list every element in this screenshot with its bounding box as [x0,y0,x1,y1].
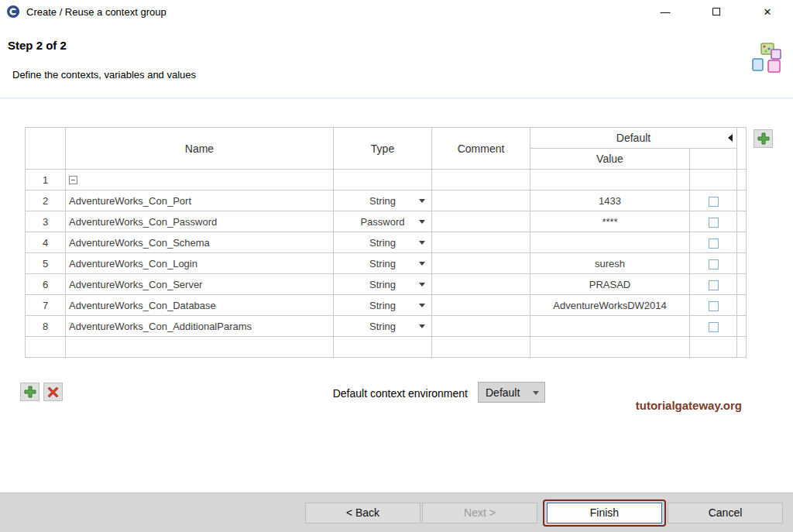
type-dropdown-arrow-icon[interactable] [419,324,425,328]
default-context-value: Default [486,386,520,399]
back-button[interactable]: < Back [305,503,421,523]
comment-column-header[interactable]: Comment [432,128,530,170]
type-cell[interactable]: String [334,316,432,337]
add-context-button[interactable] [754,129,773,148]
comment-cell[interactable] [432,337,530,358]
strip-cell [737,211,747,232]
name-cell[interactable]: AdventureWorks_Con_Password [66,211,334,232]
value-cell[interactable] [530,170,690,190]
comment-cell[interactable] [432,253,530,274]
type-cell[interactable]: String [334,253,432,274]
cancel-button[interactable]: Cancel [668,503,783,523]
default-context-dropdown[interactable]: Default [478,382,545,403]
default-checkbox[interactable] [709,322,719,332]
value-cell[interactable] [530,316,690,337]
maximize-button[interactable] [691,0,742,23]
comment-cell[interactable] [432,190,530,211]
type-value: String [369,258,396,269]
comment-cell[interactable] [432,170,530,190]
default-collapse-arrow-icon[interactable] [728,134,733,142]
type-value: String [369,321,396,332]
name-cell[interactable]: AdventureWorks_Con_Port [66,190,334,211]
type-dropdown-arrow-icon[interactable] [419,304,425,307]
close-button[interactable]: ✕ [742,0,793,23]
comment-cell[interactable] [432,295,530,316]
type-cell[interactable] [334,170,432,190]
strip-cell [737,274,747,295]
title-bar: Create / Reuse a context group — ✕ [0,0,793,23]
type-cell[interactable] [334,337,432,358]
comment-cell[interactable] [432,274,530,295]
name-cell[interactable]: AdventureWorks_Con_AdditionalParams [66,316,334,337]
default-checkbox[interactable] [709,239,719,249]
check-cell [690,211,737,232]
strip-cell [737,170,747,190]
default-checkbox[interactable] [709,218,719,228]
window-title: Create / Reuse a context group [26,6,166,18]
default-column-header[interactable]: Default [530,128,737,149]
finish-button[interactable]: Finish [547,503,662,523]
value-column-header[interactable]: Value [530,149,690,170]
check-cell [690,232,737,253]
type-cell[interactable]: String [334,274,432,295]
value-cell[interactable]: **** [530,211,690,232]
type-value: String [369,195,396,207]
table-row: 2AdventureWorks_Con_PortString1433 [26,190,747,211]
value-cell[interactable]: AdventureWorksDW2014 [530,295,690,316]
comment-cell[interactable] [432,316,530,337]
table-row: 3AdventureWorks_Con_PasswordPassword**** [26,211,747,232]
value-cell[interactable] [530,232,690,253]
delete-variable-button[interactable] [43,383,63,401]
type-dropdown-arrow-icon[interactable] [419,283,425,287]
variable-name: AdventureWorks_Con_Schema [69,237,210,249]
value-cell[interactable]: suresh [530,253,690,274]
value-cell[interactable]: 1433 [530,190,690,211]
finish-highlight-annotation: Finish [543,499,666,527]
value-cell[interactable]: PRASAD [530,274,690,295]
comment-cell[interactable] [432,232,530,253]
type-dropdown-arrow-icon[interactable] [419,262,425,266]
type-cell[interactable]: String [334,295,432,316]
strip-cell [737,190,747,211]
table-row: 5AdventureWorks_Con_LoginStringsuresh [26,253,747,274]
type-dropdown-arrow-icon[interactable] [419,220,425,224]
default-checkbox[interactable] [709,280,719,290]
name-cell[interactable]: − [66,170,334,190]
default-checkbox[interactable] [709,197,719,207]
variable-name: AdventureWorks_Con_Server [69,279,202,290]
check-cell [690,274,737,295]
type-cell[interactable]: String [334,190,432,211]
name-cell[interactable] [66,337,334,358]
name-cell[interactable]: AdventureWorks_Con_Database [66,295,334,316]
row-number: 3 [26,211,66,232]
next-button: Next > [422,503,537,523]
name-cell[interactable]: AdventureWorks_Con_Login [66,253,334,274]
check-cell [690,253,737,274]
collapse-toggle[interactable]: − [69,176,77,184]
add-variable-button[interactable] [20,383,39,401]
check-cell [690,170,737,190]
table-header-row: Name Type Comment Default [26,128,747,149]
type-cell[interactable]: String [334,232,432,253]
value-cell[interactable] [530,337,690,358]
table-row: 8AdventureWorks_Con_AdditionalParamsStri… [26,316,747,337]
chevron-down-icon [533,391,539,395]
type-dropdown-arrow-icon[interactable] [419,241,425,245]
row-number: 4 [26,232,66,253]
name-cell[interactable]: AdventureWorks_Con_Schema [66,232,334,253]
comment-cell[interactable] [432,211,530,232]
type-column-header[interactable]: Type [334,128,432,170]
default-checkbox[interactable] [709,259,719,269]
variable-name: AdventureWorks_Con_AdditionalParams [69,321,252,332]
step-subtitle: Define the contexts, variables and value… [12,69,196,81]
name-column-header[interactable]: Name [66,128,334,170]
button-bar: < Back Next > Finish Cancel [0,493,793,532]
name-cell[interactable]: AdventureWorks_Con_Server [66,274,334,295]
maximize-icon [712,8,720,15]
type-cell[interactable]: Password [334,211,432,232]
minimize-button[interactable]: — [640,0,691,23]
default-checkbox[interactable] [709,301,719,311]
variable-name: AdventureWorks_Con_Password [69,216,217,228]
type-dropdown-arrow-icon[interactable] [419,199,425,203]
strip-cell [737,316,747,337]
